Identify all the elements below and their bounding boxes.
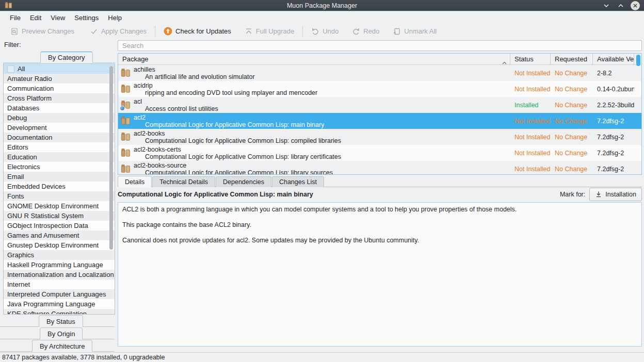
category-scrollbar[interactable] [109,66,113,250]
table-row[interactable]: achilles An artificial life and evolutio… [118,65,641,81]
column-available-version[interactable]: Available Version [593,54,634,64]
preview-changes-icon [10,27,19,36]
category-label: Embedded Devices [7,183,66,190]
category-list-item[interactable]: Amateur Radio [4,74,115,84]
close-button[interactable] [631,1,640,10]
category-list-item[interactable]: Internationalization and Localization [4,270,115,279]
category-label: Haskell Programming Language [7,261,103,269]
statusbar-text: 87417 packages available, 3778 installed… [2,354,165,361]
menu-item[interactable]: Edit [25,12,46,23]
column-package[interactable]: Package [118,54,510,64]
menu-item[interactable]: File [5,12,25,23]
category-list-item[interactable]: Email [4,172,115,182]
package-icon [121,164,131,174]
menubar: File Edit View Settings Help [0,11,644,24]
installation-button[interactable]: Installation [589,188,642,201]
category-label: Communication [7,85,54,92]
column-requested[interactable]: Requested [551,54,593,64]
tab-by-category[interactable]: By Category [40,52,93,63]
toolbar-separator [155,26,155,37]
package-status: Not Installed [510,118,551,125]
table-row[interactable]: acl2-books-certs Computational Logic for… [118,145,641,161]
category-label: Education [7,153,37,161]
package-version: 2-8.2 [593,70,634,77]
status-tabbar: By Status [0,315,115,327]
category-list-item[interactable]: Education [4,152,115,162]
description-paragraph: Canonical does not provide updates for a… [122,237,637,244]
minimize-button[interactable] [602,1,611,10]
column-status[interactable]: Status [510,54,551,64]
menu-item[interactable]: Settings [70,12,103,23]
category-list-item[interactable]: Internet [4,279,115,289]
table-row[interactable]: acl Access control list utilities Instal… [118,97,641,113]
search-input[interactable] [118,40,642,51]
apply-changes-button[interactable]: Apply Changes [86,25,151,38]
category-list-item[interactable]: Fonts [4,191,115,201]
package-description: An artificial life and evolution simulat… [134,73,255,80]
undo-button[interactable]: Undo [307,25,343,38]
category-list-item[interactable]: Embedded Devices [4,182,115,191]
window-title: Muon Package Manager [0,2,644,9]
category-list-item[interactable]: GObject Introspection Data [4,221,115,231]
category-list-item[interactable]: Haskell Programming Language [4,260,115,270]
category-label: Interpreted Computer Languages [7,290,106,298]
check-for-updates-button[interactable]: Check for Updates [159,25,235,38]
details-tab[interactable]: Changes List [272,176,324,187]
category-list-item[interactable]: All [4,64,115,74]
category-label: GNU R Statistical System [7,212,84,220]
package-requested: No Change [551,166,593,173]
tab-by-status[interactable]: By Status [39,315,83,327]
maximize-button[interactable] [616,1,625,10]
category-list-item[interactable]: Debug [4,113,115,123]
statusbar: 87417 packages available, 3778 installed… [0,352,644,362]
table-row[interactable]: acidrip ripping and encoding DVD tool us… [118,81,641,97]
category-list-item[interactable]: GNU R Statistical System [4,211,115,221]
package-description: Computational Logic for Applicative Comm… [134,169,333,175]
category-list-item[interactable]: Development [4,123,115,133]
installed-emblem-icon [120,106,125,111]
category-list-item[interactable]: Graphics [4,250,115,260]
package-description: Computational Logic for Applicative Comm… [134,137,341,144]
category-list-item[interactable]: KDE Software Compilation [4,309,115,315]
package-version: 7.2dfsg-2 [593,134,634,141]
category-list-item[interactable]: Games and Amusement [4,231,115,240]
toolbar-separator [302,26,303,37]
details-tab[interactable]: Technical Details [152,176,215,187]
table-row[interactable]: acl2-books-source Computational Logic fo… [118,161,641,175]
titlebar: Muon Package Manager [0,0,644,11]
package-long-description: ACL2 is both a programming language in w… [118,202,642,347]
menu-item[interactable]: View [46,12,70,23]
category-list-item[interactable]: Communication [4,84,115,93]
category-list-item[interactable]: Electronics [4,162,115,172]
category-list-item[interactable]: GNOME Desktop Environment [4,201,115,211]
table-row[interactable]: acl2 Computational Logic for Applicative… [118,113,641,129]
package-version: 7.2dfsg-2 [593,118,634,125]
category-label: GNOME Desktop Environment [7,202,99,210]
details-tab[interactable]: Dependencies [216,176,271,187]
undo-icon [311,27,319,36]
category-list-item[interactable]: Databases [4,103,115,113]
category-list-item[interactable]: Cross Platform [4,93,115,103]
table-scrollbar[interactable] [636,55,640,66]
package-name: acl2-books-source [134,162,333,169]
preview-changes-button[interactable]: Preview Changes [6,25,78,38]
package-description: Computational Logic for Applicative Comm… [134,153,341,160]
tab-by-architecture[interactable]: By Architecture [32,340,92,352]
redo-button[interactable]: Redo [348,25,383,38]
details-tabbar: Details Technical Details Dependencies C… [118,176,642,187]
full-upgrade-button[interactable]: Full Upgrade [240,25,298,38]
category-label: Fonts [7,192,24,200]
unmark-all-button[interactable]: Unmark All [389,25,441,38]
category-list-item[interactable]: Documentation [4,133,115,142]
category-list-item[interactable]: Gnustep Desktop Environment [4,240,115,250]
category-list-item[interactable]: Interpreted Computer Languages [4,289,115,299]
package-name: acl2 [134,114,324,121]
category-label: GObject Introspection Data [7,222,88,229]
menu-item[interactable]: Help [103,12,126,23]
details-tab[interactable]: Details [118,176,152,187]
category-list-item[interactable]: Editors [4,142,115,152]
table-row[interactable]: acl2-books Computational Logic for Appli… [118,129,641,145]
category-list-item[interactable]: Java Programming Language [4,299,115,309]
tab-by-origin[interactable]: By Origin [40,327,83,339]
package-status: Not Installed [510,70,551,77]
